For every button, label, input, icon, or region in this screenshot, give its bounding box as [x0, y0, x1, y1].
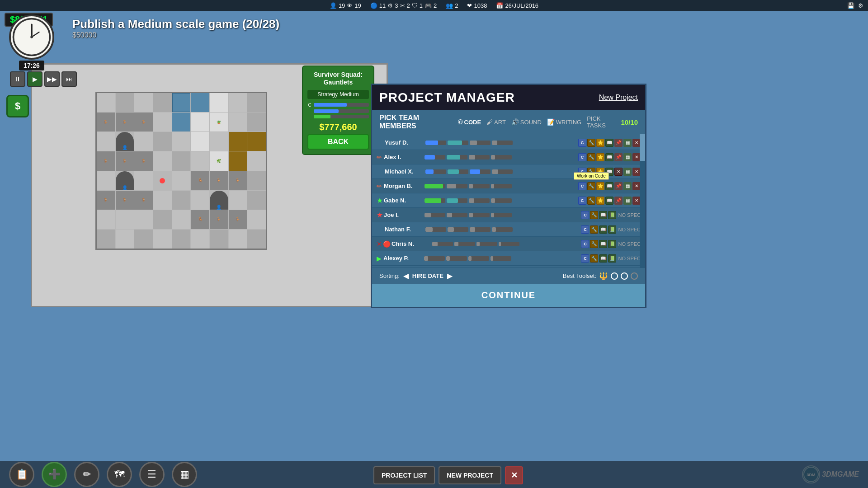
skill-bars	[425, 213, 579, 217]
wrench-action[interactable]: 🔧	[590, 225, 598, 234]
floor-grid: 🪑🪑🪑🪴 👤 🪑🪑🪑🌿 👤🪑🪑🪑 🪑🪑🪑👤 🪑🪑🪑	[97, 93, 266, 249]
action-icons: C 🔧 📖 📗	[581, 240, 616, 248]
book-action[interactable]: 📖	[599, 225, 607, 234]
wrench-action[interactable]: 🔧	[590, 211, 598, 219]
book-action[interactable]: 📖	[605, 139, 613, 147]
worker-name: Yusuf D.	[385, 139, 425, 146]
skill-bar-1	[425, 213, 445, 217]
code-action[interactable]: C	[581, 254, 589, 263]
code-action[interactable]: C	[578, 197, 586, 205]
new-project-bottom-button[interactable]: NEW PROJECT	[439, 466, 501, 484]
book-action[interactable]: 📖	[605, 182, 613, 190]
mission-text: Publish a Medium scale game (20/28) $500…	[72, 17, 279, 39]
tab-sound-label: SOUND	[520, 119, 542, 126]
tab-art-label: ART	[494, 119, 506, 126]
book-action2[interactable]: 📗	[608, 240, 616, 248]
wrench-action[interactable]: 🔧	[587, 197, 595, 205]
skill-bar-3	[469, 184, 490, 188]
skill-bar-3	[476, 242, 497, 246]
skill-bars	[424, 256, 579, 261]
grid-action[interactable]: ▦	[623, 153, 632, 161]
worker-name: Joe I.	[384, 211, 425, 218]
back-button[interactable]: BACK	[307, 134, 369, 150]
book-action[interactable]: 📖	[599, 240, 607, 248]
worker-name: Chris N.	[392, 240, 432, 247]
sort-prev-arrow[interactable]: ◀	[403, 272, 409, 280]
code-action[interactable]: C	[578, 153, 586, 161]
book-action2[interactable]: 📗	[608, 225, 616, 234]
wrench-action[interactable]: 🔧	[587, 182, 595, 190]
tab-sound[interactable]: 🔊 SOUND	[511, 118, 542, 126]
book-action2[interactable]: 📗	[608, 211, 616, 219]
pin-action[interactable]: 📌	[614, 139, 623, 147]
scrollbar[interactable]	[640, 134, 645, 267]
code-action[interactable]: C	[581, 240, 589, 248]
worker-name: Gabe N.	[384, 197, 425, 204]
skill-bar-4	[491, 184, 512, 188]
worker-name: Michael X.	[385, 168, 425, 175]
book-action[interactable]: 📖	[605, 197, 613, 205]
star-action[interactable]: ⭐	[596, 139, 604, 147]
pin-action[interactable]: 📌	[614, 153, 623, 161]
tab-pick-tasks[interactable]: PICK TASKS	[587, 115, 621, 129]
save-icon[interactable]: 💾	[847, 2, 854, 9]
add-button[interactable]: ➕	[42, 462, 67, 487]
wrench-action[interactable]: 🔧	[587, 153, 595, 161]
grid-action[interactable]: ▦	[623, 168, 632, 176]
star-action[interactable]: ⭐	[596, 153, 604, 161]
grid-action[interactable]: ▦	[623, 139, 632, 147]
close-pm-button[interactable]: ✕	[505, 466, 523, 484]
play-button[interactable]: ▶	[27, 71, 42, 87]
tab-code-label: CODE	[464, 119, 481, 126]
book-action[interactable]: 📖	[599, 211, 607, 219]
star-red-indicator: ★	[377, 211, 383, 219]
writing-icon: 📝	[547, 118, 555, 126]
edit-button[interactable]: ✏	[74, 462, 99, 487]
grid-action[interactable]: ▦	[623, 197, 632, 205]
project-manager-panel: PROJECT MANAGER New Project PICK TEAM ME…	[371, 84, 646, 308]
code-action[interactable]: C	[581, 211, 589, 219]
tab-art[interactable]: 🖌 ART	[486, 118, 506, 126]
wrench-action[interactable]: 🔧	[590, 240, 598, 248]
grid-action[interactable]: ▦	[623, 182, 632, 190]
continue-button[interactable]: CONTINUE	[372, 284, 645, 307]
code-action[interactable]: C	[578, 139, 586, 147]
project-list-button[interactable]: PROJECT LIST	[373, 466, 435, 484]
wrench-action[interactable]: 🔧	[590, 254, 598, 263]
scroll-thumb[interactable]	[640, 134, 645, 161]
fans-count: 2	[455, 2, 458, 9]
book-action[interactable]: 📖	[605, 153, 613, 161]
fast-play-button[interactable]: ▶▶	[44, 71, 60, 87]
book-action2[interactable]: 📗	[608, 254, 616, 263]
research-icon: 🔵	[370, 2, 377, 9]
tab-writing[interactable]: 📝 WRITING	[547, 118, 581, 126]
worker-icon: 👤	[330, 2, 337, 9]
pin-action[interactable]: 📌	[614, 197, 623, 205]
red-circle-indicator: 🔴	[383, 240, 391, 248]
tab-code[interactable]: © CODE	[458, 118, 481, 126]
wrench-action[interactable]: 🔧	[587, 139, 595, 147]
pin-action[interactable]: 📌	[614, 182, 623, 190]
skill-bar-4	[492, 227, 513, 232]
code-action[interactable]: C	[578, 182, 586, 190]
worker-name: Nathan F.	[385, 226, 425, 233]
money-button[interactable]: $	[6, 95, 29, 117]
new-project-header-button[interactable]: New Project	[599, 94, 638, 102]
research-count: 11	[379, 2, 386, 9]
code-action[interactable]: C	[581, 225, 589, 234]
list-button[interactable]: ☰	[139, 462, 165, 487]
settings-icon[interactable]: ⚙	[858, 2, 863, 9]
special-action[interactable]: ✕	[614, 168, 623, 176]
sort-next-arrow[interactable]: ▶	[447, 272, 453, 280]
fastforward-button[interactable]: ⏭	[61, 71, 77, 87]
star-action[interactable]: ⭐	[596, 197, 604, 205]
map-button[interactable]: 🗺	[107, 462, 132, 487]
sort-value: HIRE DATE	[412, 272, 443, 279]
notes-button[interactable]: 📋	[9, 462, 34, 487]
skill-bar-2	[447, 155, 467, 160]
pause-button[interactable]: ⏸	[10, 71, 25, 87]
star-action[interactable]: ⭐	[596, 182, 604, 190]
book-action[interactable]: 📖	[599, 254, 607, 263]
layout-button[interactable]: ▦	[172, 462, 197, 487]
best-toolset-section: Best Toolset: 🔱	[563, 272, 638, 280]
